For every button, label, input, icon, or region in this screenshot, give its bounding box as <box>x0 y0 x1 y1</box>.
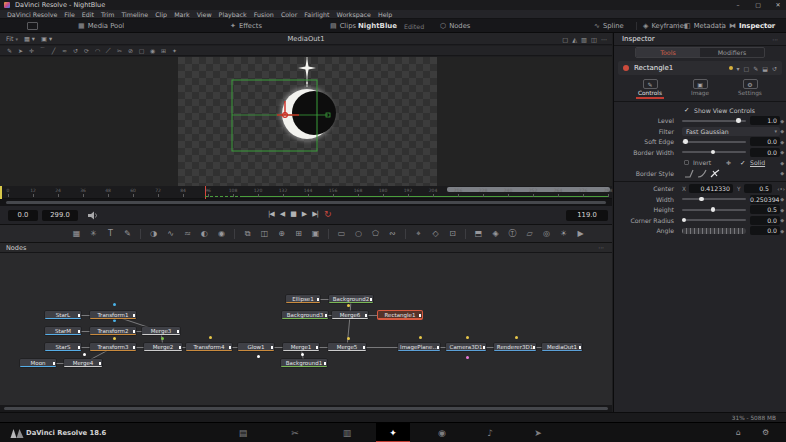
inspector-menu-icon[interactable]: ··· <box>772 36 778 43</box>
soft-edge-value[interactable]: 0.0 <box>750 137 780 146</box>
tab-tools[interactable]: Tools <box>636 48 700 57</box>
nodes-panel-menu-icon[interactable]: ··· <box>598 244 604 251</box>
node-graph-scrollbar-thumb[interactable] <box>4 407 608 410</box>
node-output-connector[interactable] <box>419 314 422 317</box>
metadata-button[interactable]: ◧Metadata <box>684 21 726 31</box>
paint-tool-icon[interactable]: ✎ <box>119 229 136 238</box>
invert-checkbox[interactable] <box>684 160 689 165</box>
blur-tool-icon[interactable]: ◉ <box>213 229 230 238</box>
level-keyframe-icon[interactable]: ◆ <box>780 118 784 124</box>
node-starl[interactable]: StarL <box>45 311 81 319</box>
menu-item-help[interactable]: Help <box>378 11 392 18</box>
corner-radius-keyframe-icon[interactable]: ◆ <box>780 217 784 223</box>
node-graph-scrollbar[interactable] <box>0 405 612 412</box>
zoom-mode-dropdown[interactable]: Fit <box>6 35 13 42</box>
tab-settings[interactable]: ⚙ Settings <box>733 78 767 101</box>
page-fairlight[interactable]: ♪ <box>473 423 507 442</box>
node-color-dropdown-icon[interactable]: ▾ <box>737 65 740 72</box>
page-edit[interactable]: ▥ <box>330 423 364 442</box>
background-tool-icon[interactable]: ▦ <box>68 229 85 238</box>
menu-item-clip[interactable]: Clip <box>155 11 167 18</box>
settings-gear-icon[interactable]: ⚙ <box>762 423 769 442</box>
page-deliver[interactable]: ➤ <box>521 423 555 442</box>
color-corrector-tool-icon[interactable]: ◑ <box>145 229 162 238</box>
pointer-tool[interactable]: ➤ <box>15 47 26 54</box>
keyframes-button[interactable]: ◈Keyframes <box>643 21 687 31</box>
show-view-controls-checkbox[interactable]: ✓ <box>684 106 689 114</box>
node-output-connector[interactable] <box>370 298 373 301</box>
renderer-3d-tool-icon[interactable]: ▶ <box>572 229 589 238</box>
node-output-connector[interactable] <box>179 346 182 349</box>
height-keyframe-icon[interactable]: ◆ <box>780 207 784 213</box>
split-wipe-icon[interactable]: ▥ <box>581 36 587 43</box>
filter-dropdown[interactable]: Fast Gaussian▾ <box>682 127 780 137</box>
node-stars[interactable]: StarS <box>45 343 81 351</box>
node-merge4[interactable]: Merge4 <box>64 359 102 367</box>
node-starm[interactable]: StarM <box>45 327 81 335</box>
current-frame-field[interactable]: 119.0 <box>566 210 608 221</box>
node-merge5[interactable]: Merge5 <box>328 343 366 351</box>
bspline-mask-tool-icon[interactable]: ∾ <box>384 229 401 238</box>
rotate-tool[interactable]: ⟳ <box>81 47 92 54</box>
angle-value[interactable]: 0.0 <box>750 226 780 235</box>
node-merge3[interactable]: Merge3 <box>142 327 180 335</box>
transform-tool-icon[interactable]: ⊕ <box>273 229 290 238</box>
dissolve-tool-icon[interactable]: ◫ <box>256 229 273 238</box>
range-end-field[interactable]: 299.0 <box>42 210 78 221</box>
node-ellipse1[interactable]: Ellipse1 <box>286 295 320 303</box>
border-width-slider[interactable] <box>682 151 746 153</box>
center-x-value[interactable]: 0.412330 <box>689 184 733 193</box>
menu-item-edit[interactable]: Edit <box>82 11 94 18</box>
tab-image[interactable]: ▣ Image <box>683 78 717 101</box>
tab-controls[interactable]: ✎ Controls <box>633 78 667 101</box>
solid-checkbox[interactable]: ✓ <box>740 159 745 167</box>
node-output-connector[interactable] <box>316 346 319 349</box>
node-output-connector[interactable] <box>53 362 56 365</box>
play-button[interactable]: ▶ <box>302 210 306 218</box>
node-output-connector[interactable] <box>229 346 232 349</box>
width-slider[interactable] <box>682 198 746 200</box>
node-background1[interactable]: Background1 <box>281 359 327 367</box>
node-camera3d1[interactable]: Camera3D1 <box>446 343 486 351</box>
effects-button[interactable]: ✦Effects <box>230 21 262 31</box>
page-media[interactable]: ▤ <box>226 423 260 442</box>
channel-select-icon[interactable]: ▦ ▾ <box>24 35 35 42</box>
resize-tool-icon[interactable]: ⊞ <box>290 229 307 238</box>
spot-light-tool-icon[interactable]: ☀ <box>555 229 572 238</box>
media-pool-button[interactable]: ▦Media Pool <box>78 21 124 31</box>
node-mediaout1[interactable]: MediaOut1 <box>542 343 582 351</box>
timeline-scrollbar-thumb[interactable] <box>6 201 606 204</box>
smooth-point-tool[interactable]: ⌒ <box>37 46 48 55</box>
crop-tool-icon[interactable]: ▣ <box>307 229 324 238</box>
step-back-button[interactable]: ◀ <box>280 210 284 218</box>
undo-tool[interactable]: ↺ <box>70 47 81 54</box>
buffer-select-icon[interactable]: ◭ <box>572 36 577 43</box>
grid-warp-tool-icon[interactable]: ⊡ <box>444 229 461 238</box>
solid-keyframe-icon[interactable]: ◆ <box>780 160 784 166</box>
node-background3[interactable]: Background3 <box>282 311 328 319</box>
border-width-value[interactable]: 0.0 <box>750 148 780 157</box>
linear-point-tool[interactable]: ╱ <box>48 47 59 54</box>
node-output-connector[interactable] <box>579 346 582 349</box>
menu-item-mark[interactable]: Mark <box>174 11 190 18</box>
tracker-tool-icon[interactable]: ⌖ <box>410 229 427 239</box>
menu-item-file[interactable]: File <box>64 11 75 18</box>
magnet-tool[interactable]: ◉ <box>147 47 158 54</box>
region-tool[interactable]: ▢ <box>136 47 147 54</box>
brightness-contrast-tool-icon[interactable]: ◐ <box>196 229 213 238</box>
tab-modifiers[interactable]: Modifiers <box>700 48 764 57</box>
audio-mute-icon[interactable] <box>88 211 98 220</box>
close-button[interactable]: ✕ <box>770 0 786 10</box>
soft-edge-slider[interactable] <box>682 141 746 143</box>
node-output-connector[interactable] <box>317 298 320 301</box>
node-graph[interactable]: Ellipse1Background2StarLTransform1Backgr… <box>0 253 612 405</box>
node-color-dot[interactable] <box>729 66 733 70</box>
range-start-field[interactable]: 0.0 <box>8 210 38 221</box>
node-transform2[interactable]: Transform2 <box>90 327 136 335</box>
menu-item-playback[interactable]: Playback <box>219 11 247 18</box>
node-merge2[interactable]: Merge2 <box>144 343 182 351</box>
node-output-connector[interactable] <box>78 346 81 349</box>
insert-point-tool[interactable]: ✛ <box>26 47 37 54</box>
camera-3d-tool-icon[interactable]: ◎ <box>538 229 555 238</box>
go-to-end-button[interactable]: ▶| <box>312 210 318 218</box>
